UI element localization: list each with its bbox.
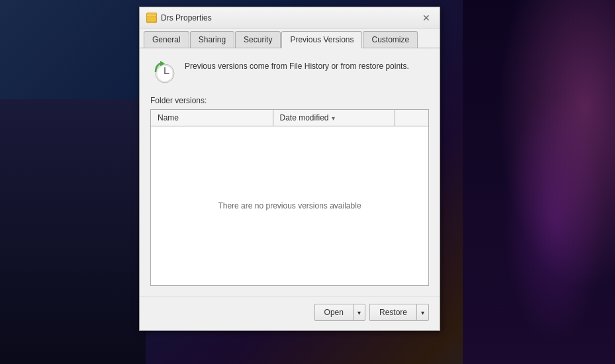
tab-customize[interactable]: Customize: [363, 31, 418, 48]
column-date-label: Date modified: [280, 113, 329, 122]
column-name-label: Name: [158, 113, 179, 122]
table-body: There are no previous versions available: [151, 126, 428, 285]
column-extra: [395, 110, 428, 126]
bottom-buttons: Open ▾ Restore ▾: [140, 296, 440, 330]
restore-dropdown-button[interactable]: ▾: [416, 304, 429, 321]
info-row: Previous versions come from File History…: [150, 59, 429, 85]
open-dropdown-button[interactable]: ▾: [353, 304, 365, 321]
folder-icon: [146, 13, 157, 23]
table-header: Name Date modified ▾: [151, 110, 428, 126]
tab-previous-versions[interactable]: Previous Versions: [281, 31, 362, 48]
tab-bar: General Sharing Security Previous Versio…: [140, 28, 440, 48]
background-right: [463, 0, 615, 364]
open-button[interactable]: Open: [314, 304, 353, 321]
title-bar-left: Drs Properties: [146, 13, 212, 23]
dialog-window: Drs Properties ✕ General Sharing Securit…: [139, 7, 440, 331]
open-button-group: Open ▾: [314, 304, 365, 321]
close-button[interactable]: ✕: [420, 11, 433, 24]
svg-rect-2: [147, 15, 156, 16]
tab-security[interactable]: Security: [235, 31, 281, 48]
column-date-modified[interactable]: Date modified ▾: [273, 110, 396, 126]
tab-content: Previous versions come from File History…: [140, 48, 440, 296]
svg-rect-1: [147, 16, 151, 17]
info-text: Previous versions come from File History…: [185, 59, 409, 72]
column-name[interactable]: Name: [151, 110, 273, 126]
dialog-title: Drs Properties: [161, 13, 212, 23]
sort-arrow-icon: ▾: [332, 114, 335, 122]
history-icon: [150, 59, 177, 85]
title-bar: Drs Properties ✕: [140, 7, 440, 28]
tab-general[interactable]: General: [144, 31, 189, 48]
background-left: [0, 99, 146, 364]
tab-sharing[interactable]: Sharing: [190, 31, 234, 48]
restore-button-group: Restore ▾: [369, 304, 429, 321]
versions-table: Name Date modified ▾ There are no previo…: [150, 109, 429, 286]
restore-button[interactable]: Restore: [369, 304, 416, 321]
empty-message: There are no previous versions available: [218, 201, 361, 210]
folder-versions-label: Folder versions:: [150, 96, 429, 105]
